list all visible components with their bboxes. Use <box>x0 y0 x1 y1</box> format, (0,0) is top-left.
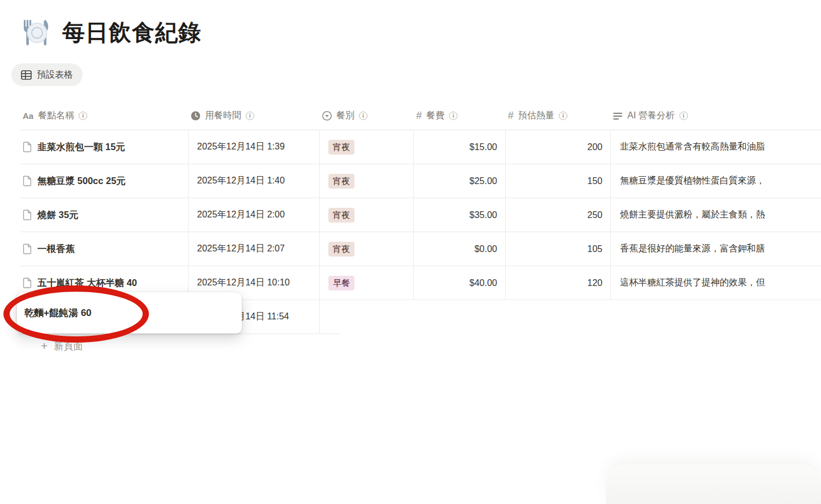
new-page-button[interactable]: + 新頁面 <box>41 334 821 358</box>
meal-cost-cell[interactable]: $40.00 <box>414 266 506 300</box>
column-header-meal-time[interactable]: 用餐時間 i <box>189 102 320 130</box>
page-icon <box>23 277 32 288</box>
meal-type-tag: 宵夜 <box>328 242 354 257</box>
page-icon <box>23 142 32 152</box>
info-icon: i <box>559 112 567 120</box>
calories-cell[interactable]: 120 <box>506 266 611 300</box>
page-header: 每日飲食紀錄 <box>20 16 821 49</box>
ai-analysis-cell[interactable]: 這杯半糖紅茶提供了提神的效果，但 <box>611 266 821 300</box>
column-label: 預估熱量 <box>518 110 554 122</box>
meal-cost-cell[interactable]: $25.00 <box>414 164 506 198</box>
info-icon: i <box>449 112 457 120</box>
meal-name-cell[interactable]: 燒餅 35元 <box>20 198 189 232</box>
select-property-icon <box>322 111 332 121</box>
table-row: 一根香蕉 2025年12月14日 2:07 宵夜 $0.00 105 <box>20 232 821 266</box>
clock-icon <box>191 111 200 121</box>
view-tabs: 預設表格 <box>11 63 821 86</box>
ai-analysis-cell[interactable]: 無糖豆漿是優質植物性蛋白質來源， <box>611 164 821 198</box>
column-label: 用餐時間 <box>205 110 241 122</box>
column-header-meal-type[interactable]: 餐別 i <box>320 102 414 130</box>
table-row: 燒餅 35元 2025年12月14日 2:00 宵夜 $35.00 250 <box>20 198 821 232</box>
editing-meal-name: 乾麵+餛飩湯 60 <box>24 306 92 319</box>
text-lines-icon <box>613 112 623 121</box>
meal-name: 韭菜水煎包一顆 15元 <box>37 141 125 153</box>
notion-page: 每日飲食紀錄 預設表格 Aa 餐點名稱 i <box>0 0 821 504</box>
meal-type-tag: 宵夜 <box>328 208 354 223</box>
meal-type-cell[interactable]: 宵夜 <box>320 130 414 164</box>
info-icon: i <box>246 112 254 120</box>
column-header-calories[interactable]: # 預估熱量 i <box>506 102 611 130</box>
info-icon: i <box>679 112 688 120</box>
info-icon: i <box>79 112 87 120</box>
meal-time-cell[interactable]: 2025年12月14日 1:39 <box>189 130 320 164</box>
column-header-meal-name[interactable]: Aa 餐點名稱 i <box>20 102 189 130</box>
meal-name-cell[interactable]: 一根香蕉 <box>20 232 189 266</box>
calories-cell[interactable]: 200 <box>506 130 611 164</box>
meal-time-cell[interactable]: 2025年12月14日 2:00 <box>189 198 320 232</box>
column-label: 餐費 <box>426 110 444 122</box>
table-body: 韭菜水煎包一顆 15元 2025年12月14日 1:39 宵夜 $15.00 2… <box>20 130 821 300</box>
meal-type-tag: 宵夜 <box>328 140 354 155</box>
meal-cost: $40.00 <box>469 278 497 288</box>
calories-value: 250 <box>587 210 602 220</box>
table-header: Aa 餐點名稱 i 用餐時間 i 餐別 i <box>20 102 821 130</box>
meal-time: 2025年12月14日 2:00 <box>197 209 285 221</box>
ai-analysis-text: 這杯半糖紅茶提供了提神的效果，但 <box>620 277 765 289</box>
meal-cost: $15.00 <box>469 142 497 152</box>
meal-time: 2025年12月14日 1:39 <box>197 141 285 153</box>
meal-type-cell[interactable]: 早餐 <box>320 266 414 300</box>
cell-editor-popup[interactable]: 乾麵+餛飩湯 60 <box>17 292 242 334</box>
meal-name-cell[interactable]: 無糖豆漿 500cc 25元 <box>20 164 189 198</box>
meal-name-cell[interactable]: 韭菜水煎包一顆 15元 <box>20 130 189 164</box>
calories-cell[interactable]: 105 <box>506 232 611 266</box>
page-title: 每日飲食紀錄 <box>62 17 202 48</box>
ai-analysis-cell[interactable]: 韭菜水煎包通常含有較高熱量和油脂 <box>611 130 821 164</box>
column-label: 餐點名稱 <box>38 110 74 122</box>
plus-icon: + <box>41 339 48 353</box>
meal-time: 2025年12月14日 2:07 <box>197 243 285 255</box>
info-icon: i <box>359 112 367 120</box>
meal-time: 2025年12月14日 1:40 <box>197 175 285 187</box>
new-page-label: 新頁面 <box>54 340 83 353</box>
table-row: 無糖豆漿 500cc 25元 2025年12月14日 1:40 宵夜 $25.0… <box>20 164 821 198</box>
meal-cost: $0.00 <box>474 244 497 254</box>
meal-time-cell[interactable]: 2025年12月14日 2:07 <box>189 232 320 266</box>
calories-cell[interactable]: 150 <box>506 164 611 198</box>
meal-cost-cell[interactable]: $35.00 <box>414 198 506 232</box>
page-icon <box>23 244 32 254</box>
calories-value: 150 <box>587 176 602 186</box>
meal-type-cell[interactable]: 宵夜 <box>320 232 414 266</box>
ai-analysis-text: 無糖豆漿是優質植物性蛋白質來源， <box>620 175 765 187</box>
meal-time: 2025年12月14日 10:10 <box>197 277 290 289</box>
text-property-icon: Aa <box>23 111 33 121</box>
meal-cost-cell[interactable]: $0.00 <box>414 232 506 266</box>
number-property-icon: # <box>508 110 514 122</box>
ai-analysis-cell[interactable]: 香蕉是很好的能量來源，富含鉀和膳 <box>611 232 821 266</box>
table-grid-icon <box>21 70 32 80</box>
meal-type-cell[interactable]: 宵夜 <box>320 198 414 232</box>
view-tab-default-table[interactable]: 預設表格 <box>11 63 83 86</box>
calories-value: 105 <box>587 244 602 254</box>
corner-sheet <box>606 464 821 504</box>
ai-analysis-cell[interactable]: 燒餅主要提供澱粉，屬於主食類，熱 <box>611 198 821 232</box>
row-spacer <box>320 300 340 334</box>
meal-type-cell[interactable]: 宵夜 <box>320 164 414 198</box>
meal-time-cell[interactable]: 2025年12月14日 1:40 <box>189 164 320 198</box>
ai-analysis-text: 香蕉是很好的能量來源，富含鉀和膳 <box>620 243 765 255</box>
meal-name: 五十嵐紅茶 大杯半糖 40 <box>37 277 137 289</box>
view-tab-label: 預設表格 <box>37 69 73 81</box>
meal-name: 燒餅 35元 <box>37 209 78 221</box>
meal-name: 無糖豆漿 500cc 25元 <box>37 175 126 187</box>
ai-analysis-text: 韭菜水煎包通常含有較高熱量和油脂 <box>620 141 765 153</box>
table-row: 韭菜水煎包一顆 15元 2025年12月14日 1:39 宵夜 $15.00 2… <box>20 130 821 164</box>
column-header-meal-cost[interactable]: # 餐費 i <box>414 102 506 130</box>
meal-type-tag: 宵夜 <box>328 174 354 189</box>
column-label: AI 營養分析 <box>627 110 675 122</box>
meal-cost: $35.00 <box>469 210 497 220</box>
column-label: 餐別 <box>336 110 354 122</box>
calories-cell[interactable]: 250 <box>506 198 611 232</box>
column-header-ai-analysis[interactable]: AI 營養分析 i <box>611 102 821 130</box>
calories-value: 200 <box>587 142 602 152</box>
ai-analysis-text: 燒餅主要提供澱粉，屬於主食類，熱 <box>620 209 765 221</box>
meal-cost-cell[interactable]: $15.00 <box>414 130 506 164</box>
